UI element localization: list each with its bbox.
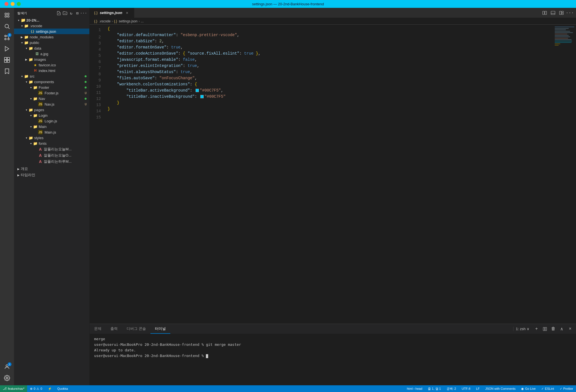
- sidebar-item-root[interactable]: ▾ 📁 20-2N...: [14, 17, 89, 23]
- code-content[interactable]: { "editor.defaultFormatter": "esbenp.pre…: [103, 25, 554, 324]
- tab-settings-json[interactable]: {.} settings.json ×: [90, 8, 134, 18]
- sidebar-item-main-js[interactable]: JS Main.js: [14, 129, 89, 135]
- sidebar-item-styles[interactable]: ▾ 📁 styles: [14, 135, 89, 141]
- more-actions-icon[interactable]: ···: [566, 9, 574, 17]
- status-lightning[interactable]: ⚡: [45, 385, 55, 392]
- new-file-icon[interactable]: [56, 11, 61, 16]
- sidebar-item-components[interactable]: ▾ 📁 components: [14, 79, 89, 85]
- sidebar-header: 탐색기 ↻ ⊟ ···: [14, 8, 89, 17]
- sidebar-item-font1[interactable]: A 잘풀리는오늘M...: [14, 146, 89, 152]
- sidebar-item-font2[interactable]: A 잘풀리는오늘O...: [14, 152, 89, 158]
- toggle-panel-icon[interactable]: [549, 9, 557, 17]
- sidebar-item-nav-folder[interactable]: ▾ 📁 Nav: [14, 96, 89, 101]
- status-position[interactable]: 줄 1, 열 1: [425, 385, 443, 392]
- activity-extensions-icon[interactable]: [2, 55, 12, 65]
- arrow-placeholder: [34, 91, 38, 95]
- status-language[interactable]: JSON with Comments: [482, 385, 518, 392]
- panel-tab-terminal[interactable]: 터미널: [150, 324, 170, 334]
- activity-run-icon[interactable]: [2, 44, 12, 54]
- code-editor[interactable]: 1 2 3 4 5 6 7 8 9 10 11 12 13 14: [90, 25, 576, 324]
- sidebar-item-footer-js[interactable]: JS Footer.js U: [14, 90, 89, 96]
- sidebar-item-vscode[interactable]: ▾ 📁 .vscode: [14, 23, 89, 29]
- sidebar-item-login-folder[interactable]: ▾ 📁 Login: [14, 113, 89, 118]
- split-editor-icon[interactable]: [541, 9, 549, 17]
- status-quokka[interactable]: Quokka: [55, 385, 71, 392]
- sidebar-item-font3[interactable]: A 잘풀리는하루M...: [14, 158, 89, 165]
- panel-tab-problems[interactable]: 문제: [90, 324, 106, 334]
- activity-search-icon[interactable]: [2, 21, 12, 31]
- sidebar-item-node-modules[interactable]: ▶ 📁 node_modules: [14, 34, 89, 40]
- nav-folder-label: Nav: [39, 97, 85, 101]
- terminal-selector[interactable]: 1: zsh ∨: [513, 327, 532, 331]
- status-branch[interactable]: ⎇ feature/nav*: [0, 385, 27, 392]
- breadcrumb-vscode[interactable]: .vscode: [99, 19, 110, 23]
- breadcrumb-sep2: ›: [139, 19, 140, 23]
- main-js-label: Main.js: [45, 130, 89, 134]
- sidebar-item-data[interactable]: ▾ 📁 data: [14, 45, 89, 51]
- breadcrumb-json-icon: {.}: [114, 19, 117, 23]
- minimize-button[interactable]: [11, 2, 15, 6]
- sidebar-item-timeline[interactable]: ▶ 타임라인: [14, 172, 89, 178]
- sidebar-item-login-js[interactable]: JS Login.js: [14, 118, 89, 124]
- tab-close-button[interactable]: ×: [124, 10, 129, 15]
- customize-layout-icon[interactable]: [558, 9, 565, 17]
- code-line-4: "editor.formatOnSave": true,: [103, 44, 554, 50]
- minimap: [554, 25, 576, 324]
- debug-label: 디버그 콘솔: [127, 326, 146, 331]
- panel-tab-output[interactable]: 출력: [106, 324, 122, 334]
- sidebar-item-fonts[interactable]: ▾ 📁 fonts: [14, 141, 89, 146]
- font3-icon: A: [38, 159, 43, 164]
- svg-marker-9: [5, 46, 9, 51]
- panel-tab-group: 문제 출력 디버그 콘솔 터미널: [90, 324, 170, 334]
- maximize-button[interactable]: [17, 2, 21, 6]
- svg-rect-22: [562, 13, 563, 15]
- status-encoding[interactable]: UTF-8: [459, 385, 473, 392]
- sidebar-item-images[interactable]: ▶ 📁 images: [14, 57, 89, 62]
- status-eslint[interactable]: ✓ ESLint: [538, 385, 557, 392]
- status-go-live[interactable]: ◉ Go Live: [518, 385, 538, 392]
- close-button[interactable]: [4, 2, 8, 6]
- sidebar-item-footer-folder[interactable]: ▾ 📁 Footer: [14, 85, 89, 90]
- kill-terminal-icon[interactable]: 🗑: [550, 325, 557, 333]
- split-terminal-icon[interactable]: [541, 325, 549, 333]
- arrow-placeholder: [34, 119, 38, 123]
- output-label: 출력: [110, 326, 118, 331]
- sidebar-item-public[interactable]: ▾ 📁 public: [14, 40, 89, 45]
- maximize-panel-icon[interactable]: ∧: [558, 325, 565, 333]
- new-folder-icon[interactable]: [62, 11, 68, 16]
- activity-settings-icon[interactable]: [2, 373, 12, 383]
- quokka-label: Quokka: [57, 387, 68, 390]
- components-folder-icon: 📁: [29, 80, 33, 84]
- sidebar-menu-icon[interactable]: ···: [81, 11, 86, 16]
- collapse-icon[interactable]: ⊟: [75, 11, 80, 16]
- sidebar-item-ajpg[interactable]: 🖼 a.jpg: [14, 51, 89, 57]
- close-panel-icon[interactable]: ×: [566, 325, 574, 333]
- activity-explorer-icon[interactable]: [2, 10, 12, 20]
- breadcrumb-more[interactable]: ...: [141, 19, 144, 23]
- sidebar-item-indexhtml[interactable]: H index.html: [14, 68, 89, 73]
- sidebar-item-nav-js[interactable]: JS Nav.js U: [14, 101, 89, 107]
- activity-account-icon[interactable]: 1: [2, 362, 12, 372]
- json-file-icon: {.}: [30, 29, 35, 34]
- arrow-placeholder: [34, 153, 38, 158]
- fonts-label: fonts: [39, 141, 89, 146]
- refresh-icon[interactable]: ↻: [69, 11, 74, 16]
- activity-bookmark-icon[interactable]: [2, 66, 12, 76]
- sidebar-item-settings-json[interactable]: {.} settings.json: [14, 29, 89, 34]
- panel-tab-debug[interactable]: 디버그 콘솔: [122, 324, 150, 334]
- sidebar-item-favicon[interactable]: ★ favicon.ico: [14, 62, 89, 68]
- sidebar-item-src[interactable]: ▾ 📁 src: [14, 73, 89, 79]
- svg-point-4: [5, 24, 9, 28]
- status-line-ending[interactable]: LF: [473, 385, 482, 392]
- sidebar-item-main-folder[interactable]: ▾ 📁 Main: [14, 124, 89, 129]
- terminal-content[interactable]: merge user@userui-MacBookPro 20-2nd-Bank…: [90, 334, 576, 385]
- status-lang-scope[interactable]: html › head: [404, 385, 425, 392]
- new-terminal-icon[interactable]: +: [533, 325, 540, 333]
- activity-git-icon[interactable]: 3: [2, 32, 12, 43]
- breadcrumb-settings-json[interactable]: settings.json: [119, 19, 138, 23]
- sidebar-item-outline[interactable]: ▶ 개요: [14, 166, 89, 172]
- status-prettier[interactable]: ✓ Prettier: [557, 385, 576, 392]
- status-spaces[interactable]: 공백: 2: [444, 385, 459, 392]
- sidebar-item-pages[interactable]: ▾ 📁 pages: [14, 107, 89, 113]
- status-errors[interactable]: ⊗ 0 ⚠ 0: [27, 385, 45, 392]
